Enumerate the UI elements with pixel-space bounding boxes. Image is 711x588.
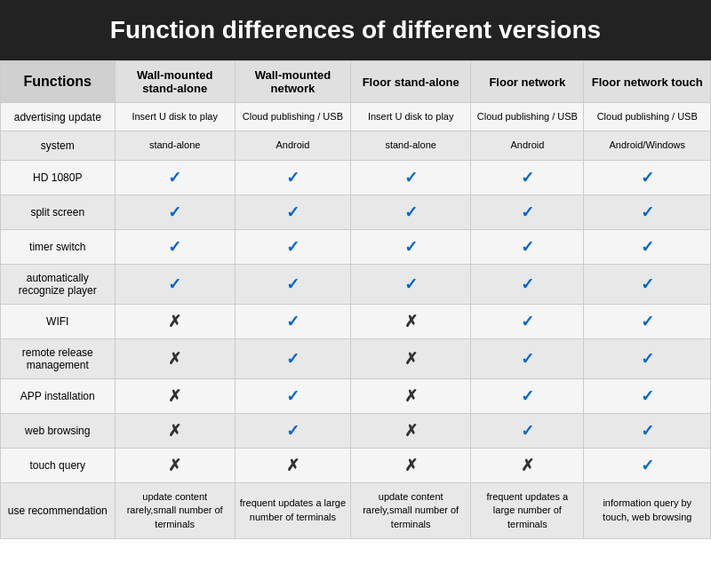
- table-row: advertising updateInsert U disk to playC…: [1, 103, 711, 131]
- check-icon: ✓: [521, 313, 534, 330]
- feature-cell: remote release management: [1, 338, 116, 378]
- col3-cell: ✓: [351, 264, 471, 304]
- col4-cell: ✗: [471, 448, 584, 482]
- col3-cell: ✓: [351, 229, 471, 264]
- col1-cell: ✗: [115, 338, 235, 378]
- feature-cell: touch query: [1, 448, 116, 482]
- check-icon: ✓: [641, 313, 654, 330]
- table-row: WIFI✗✓✗✓✓: [1, 304, 711, 338]
- col3-cell: ✗: [351, 378, 471, 413]
- check-icon: ✓: [404, 275, 418, 293]
- col2-cell: frequent updates a large number of termi…: [235, 482, 350, 538]
- col1-cell: Insert U disk to play: [115, 103, 235, 131]
- table-row: web browsing✗✓✗✓✓: [1, 413, 711, 448]
- check-icon: ✓: [286, 422, 300, 440]
- check-icon: ✓: [168, 203, 181, 221]
- col5-cell: ✓: [584, 378, 711, 413]
- col5-cell: ✓: [584, 195, 711, 229]
- cross-icon: ✗: [168, 457, 181, 474]
- col1-cell: ✓: [115, 264, 235, 304]
- table-row: use recommendationupdate content rarely,…: [1, 482, 711, 538]
- col3-cell: ✗: [351, 448, 471, 482]
- col2-cell: ✓: [235, 264, 350, 304]
- col5-header: Floor network touch: [584, 61, 711, 103]
- check-icon: ✓: [641, 238, 654, 256]
- col5-cell: ✓: [584, 229, 711, 264]
- col2-cell: ✓: [235, 160, 350, 195]
- cross-icon: ✗: [521, 457, 534, 474]
- col4-cell: Cloud publishing / USB: [471, 103, 584, 131]
- col5-cell: ✓: [584, 338, 711, 378]
- table-row: APP installation✗✓✗✓✓: [1, 378, 711, 413]
- check-icon: ✓: [286, 387, 300, 405]
- col5-cell: ✓: [584, 264, 711, 304]
- table-row: HD 1080P✓✓✓✓✓: [1, 160, 711, 195]
- col5-cell: ✓: [584, 160, 711, 195]
- check-icon: ✓: [641, 350, 654, 368]
- cross-icon: ✗: [168, 387, 181, 405]
- check-icon: ✓: [521, 169, 534, 187]
- comparison-table: Functions Wall-mounted stand-alone Wall-…: [0, 60, 711, 539]
- feature-cell: use recommendation: [1, 482, 116, 538]
- table-row: remote release management✗✓✗✓✓: [1, 338, 711, 378]
- col2-cell: ✓: [235, 378, 350, 413]
- check-icon: ✓: [521, 203, 534, 221]
- check-icon: ✓: [641, 387, 654, 405]
- col2-cell: ✗: [235, 448, 350, 482]
- feature-cell: APP installation: [1, 378, 116, 413]
- check-icon: ✓: [286, 275, 300, 293]
- feature-cell: automatically recognize player: [1, 264, 116, 304]
- col1-cell: ✗: [115, 448, 235, 482]
- col4-cell: Android: [471, 131, 584, 160]
- col4-cell: ✓: [471, 413, 584, 448]
- table-row: automatically recognize player✓✓✓✓✓: [1, 264, 711, 304]
- col4-cell: ✓: [471, 160, 584, 195]
- col5-cell: ✓: [584, 304, 711, 338]
- check-icon: ✓: [641, 169, 654, 187]
- col3-cell: ✓: [351, 195, 471, 229]
- col4-cell: ✓: [471, 338, 584, 378]
- check-icon: ✓: [521, 387, 534, 405]
- check-icon: ✓: [286, 238, 300, 256]
- col1-cell: ✗: [115, 413, 235, 448]
- cross-icon: ✗: [404, 457, 418, 474]
- check-icon: ✓: [286, 313, 300, 330]
- page-title: Function differences of different versio…: [110, 16, 601, 44]
- col2-cell: ✓: [235, 304, 350, 338]
- col3-cell: ✗: [351, 413, 471, 448]
- col5-cell: ✓: [584, 413, 711, 448]
- col3-cell: ✓: [351, 160, 471, 195]
- table-row: systemstand-aloneAndroidstand-aloneAndro…: [1, 131, 711, 160]
- col2-header: Wall-mounted network: [235, 61, 350, 103]
- col1-cell: ✓: [115, 195, 235, 229]
- title-bar: Function differences of different versio…: [0, 0, 711, 60]
- check-icon: ✓: [641, 422, 654, 440]
- col1-cell: update content rarely,small number of te…: [115, 482, 235, 538]
- col2-cell: Android: [235, 131, 350, 160]
- check-icon: ✓: [286, 169, 300, 187]
- feature-cell: timer switch: [1, 229, 116, 264]
- col3-cell: stand-alone: [351, 131, 471, 160]
- header-row: Functions Wall-mounted stand-alone Wall-…: [1, 61, 711, 103]
- feature-cell: system: [1, 131, 116, 160]
- col2-cell: Cloud publishing / USB: [235, 103, 350, 131]
- table-row: touch query✗✗✗✗✓: [1, 448, 711, 482]
- check-icon: ✓: [404, 169, 418, 187]
- check-icon: ✓: [641, 275, 654, 293]
- col5-cell: Cloud publishing / USB: [584, 103, 711, 131]
- check-icon: ✓: [521, 422, 534, 440]
- col4-cell: ✓: [471, 304, 584, 338]
- check-icon: ✓: [404, 238, 418, 256]
- col3-cell: ✗: [351, 338, 471, 378]
- check-icon: ✓: [404, 203, 418, 221]
- col4-cell: ✓: [471, 264, 584, 304]
- col4-cell: ✓: [471, 378, 584, 413]
- col4-cell: ✓: [471, 229, 584, 264]
- col3-header: Floor stand-alone: [351, 61, 471, 103]
- cross-icon: ✗: [404, 313, 418, 330]
- cross-icon: ✗: [168, 350, 181, 368]
- col5-cell: ✓: [584, 448, 711, 482]
- cross-icon: ✗: [404, 422, 418, 440]
- col2-cell: ✓: [235, 413, 350, 448]
- check-icon: ✓: [168, 238, 181, 256]
